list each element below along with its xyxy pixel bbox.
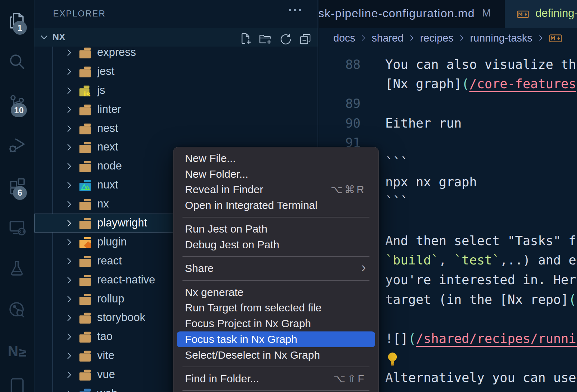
activity-item-remote-explorer[interactable] (0, 206, 34, 248)
code-segment: `build` (385, 253, 439, 267)
code-line: [Nx graph](/core-features (319, 74, 577, 94)
tree-item-label: linter (97, 103, 121, 116)
tree-item-label: storybook (97, 311, 145, 324)
tree-item-label: js (97, 84, 105, 97)
menu-separator (182, 256, 369, 257)
folder-icon (79, 199, 91, 210)
folder-plugin-icon (79, 237, 91, 248)
activity-item-source-control[interactable]: 10 (0, 82, 34, 124)
line-number: 90 (319, 114, 361, 133)
tree-item-express[interactable]: express (34, 47, 318, 62)
tree-item-js[interactable]: js (34, 81, 318, 100)
tree-item-label: plugin (97, 235, 127, 248)
testing-icon (8, 259, 26, 278)
tree-item-label: nx (97, 197, 109, 210)
menu-item-find-in-folder[interactable]: Find in Folder...⌥⇧F (177, 371, 375, 387)
code-line: 89 (319, 94, 577, 114)
menu-item-nx-generate[interactable]: Nx generate (177, 285, 375, 300)
lightbulb-emoji (385, 351, 400, 367)
chevron-right-icon (65, 295, 74, 304)
chevron-right-icon (65, 238, 74, 247)
chevron-right-icon (65, 162, 74, 171)
menu-item-new-folder[interactable]: New Folder... (177, 166, 375, 182)
menu-item-run-target-from-selected-file[interactable]: Run Target from selected file (177, 300, 375, 316)
menu-item-label: Run Jest on Path (185, 223, 267, 235)
menu-item-label: Focus task in Nx Graph (185, 333, 297, 345)
activity-badge: 10 (11, 103, 27, 117)
collapse-all-icon (299, 32, 312, 46)
activity-item-search[interactable] (0, 41, 34, 82)
menu-item-label: Run Target from selected file (185, 302, 321, 314)
menu-item-share[interactable]: Share› (177, 261, 375, 277)
chevron-right-icon (65, 67, 74, 76)
activity-bar: 1106 (0, 0, 34, 392)
menu-item-run-jest-on-path[interactable]: Run Jest on Path (177, 221, 375, 237)
action-new-folder[interactable] (258, 32, 272, 47)
code-text: target (in the [Nx repo]( (385, 290, 576, 310)
line-number: 88 (319, 55, 361, 75)
chevron-down-icon (39, 33, 49, 42)
remote-explorer-icon (8, 218, 26, 236)
menu-separator (182, 367, 369, 367)
menu-item-focus-task-in-nx-graph[interactable]: Focus task in Nx Graph (177, 331, 375, 347)
code-segment: , (439, 253, 454, 267)
chevron-right-icon (65, 313, 74, 322)
tree-item-label: node (97, 159, 122, 172)
menu-item-reveal-in-finder[interactable]: Reveal in Finder⌥⌘R (177, 182, 375, 198)
menu-item-new-file[interactable]: New File... (177, 150, 375, 166)
activity-item-git-graph[interactable] (0, 289, 34, 330)
chevron-right-icon (65, 257, 74, 266)
code-segment: `test` (454, 253, 500, 267)
code-text: And then select "Tasks" fro (385, 231, 577, 251)
more-actions-icon[interactable]: ··· (288, 3, 303, 18)
activity-item-explorer[interactable]: 1 (0, 0, 34, 41)
action-refresh[interactable] (278, 32, 292, 47)
menu-item-label: New File... (185, 152, 236, 164)
folder-icon (79, 47, 91, 58)
code-segment: Either run (385, 116, 462, 130)
section-header-nx[interactable]: NX (34, 28, 318, 47)
folder-icon (79, 275, 91, 286)
activity-item-run-debug[interactable] (0, 124, 34, 165)
sidebar-title-bar: EXPLORER ··· (34, 0, 318, 28)
tree-item-label: nuxt (97, 178, 118, 191)
code-segment: ``` (385, 155, 408, 169)
code-segment: /core-features (469, 76, 576, 91)
folder-icon (79, 350, 91, 362)
activity-item-nx-console[interactable] (0, 330, 34, 372)
menu-item-open-in-integrated-terminal[interactable]: Open in Integrated Terminal (177, 197, 375, 213)
chevron-right-icon (65, 219, 74, 228)
refresh-icon (278, 32, 292, 46)
folder-icon (79, 369, 91, 381)
code-segment: ``` (385, 194, 408, 209)
menu-item-focus-project-in-nx-graph[interactable]: Focus Project in Nx Graph (177, 316, 375, 331)
code-segment: ![] (385, 331, 408, 346)
code-segment: /shared/recipes/running (416, 331, 577, 346)
tree-item-label: vite (97, 349, 114, 362)
section-label: NX (52, 32, 65, 43)
activity-item-testing[interactable] (0, 248, 34, 289)
code-segment: ( (408, 331, 416, 346)
menu-item-debug-jest-on-path[interactable]: Debug Jest on Path (177, 237, 375, 253)
tree-item-label: web (97, 387, 118, 392)
code-text: ``` (385, 153, 408, 172)
menu-item-label: Find in Folder... (185, 373, 259, 385)
chevron-right-icon (65, 105, 74, 114)
menu-item-label: Focus Project in Nx Graph (185, 317, 311, 330)
activity-item-bottom-view[interactable] (0, 372, 34, 392)
code-segment: Alternatively you can use (385, 370, 576, 385)
action-collapse-all[interactable] (299, 32, 312, 47)
chevron-right-icon (65, 370, 74, 379)
folder-icon (79, 218, 91, 229)
action-new-file[interactable] (238, 32, 252, 47)
activity-item-extensions[interactable]: 6 (0, 165, 34, 206)
code-segment: ,..) and ex (500, 253, 577, 267)
tree-item-linter[interactable]: linter (34, 100, 318, 119)
chevron-right-icon (65, 332, 74, 341)
tree-item-jest[interactable]: jest (34, 62, 318, 81)
tree-item-nest[interactable]: nest (34, 119, 318, 138)
tree-item-label: jest (97, 65, 114, 78)
folder-icon (79, 312, 91, 324)
code-text (385, 349, 400, 370)
menu-item-select-deselect-in-nx-graph[interactable]: Select/Deselect in Nx Graph (177, 347, 375, 363)
